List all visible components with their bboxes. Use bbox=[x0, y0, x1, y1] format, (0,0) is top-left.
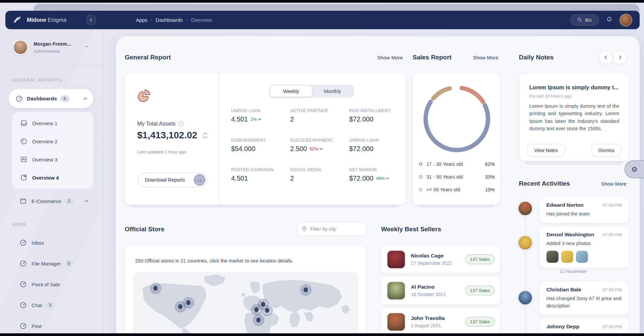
sidebar-item-overview-4[interactable]: Overview 4 bbox=[12, 169, 93, 187]
assets-last-updated: Last updated 1 hour ago bbox=[137, 149, 186, 154]
activity-description: Has joined the team bbox=[546, 210, 622, 218]
store-map-marker[interactable] bbox=[150, 283, 161, 294]
sales-count-badge: 137 Sales bbox=[465, 317, 495, 327]
legend-dot-blue bbox=[419, 162, 422, 166]
filter-by-city-input[interactable] bbox=[310, 226, 357, 232]
general-report-title: General Report bbox=[125, 54, 171, 61]
bell-icon bbox=[606, 16, 613, 23]
sidebar-item-overview-2[interactable]: Overview 2 bbox=[12, 132, 93, 150]
seller-name: Al Pacino bbox=[411, 284, 446, 290]
general-report-stats: UNPAID LOAN 4.501 2% ACTIVE PARTNER 2 PA… bbox=[231, 108, 399, 182]
world-map[interactable] bbox=[133, 272, 358, 336]
sidebar-item-post[interactable]: Post bbox=[11, 318, 93, 334]
legend-dot-tan bbox=[419, 188, 422, 191]
search-shortcut-label: ⌘K bbox=[585, 17, 592, 23]
activity-name: Johnny Depp bbox=[546, 324, 579, 330]
navbar-right: ⌘K bbox=[570, 14, 632, 27]
sidebar-item-dashboards[interactable]: Dashboards 4 bbox=[9, 89, 93, 108]
breadcrumb-apps[interactable]: Apps bbox=[136, 17, 147, 23]
seller-avatar bbox=[387, 250, 406, 269]
profile-arrow-icon[interactable]: → bbox=[84, 42, 90, 49]
sidebar-item-chat[interactable]: Chat 3 bbox=[11, 297, 93, 313]
filter-by-city-field[interactable] bbox=[297, 222, 366, 236]
gauge-icon bbox=[19, 281, 27, 288]
notes-next-button[interactable] bbox=[614, 51, 627, 64]
arrow-right-icon: → bbox=[194, 174, 205, 186]
breadcrumb-separator-icon: › bbox=[151, 17, 152, 22]
dashboards-count-badge: 4 bbox=[60, 95, 69, 102]
legend-value: 10% bbox=[485, 187, 495, 192]
settings-fab-button[interactable]: ⚙ bbox=[625, 160, 644, 178]
sidebar-item-label: Overview 4 bbox=[32, 175, 59, 181]
legend-dot-salmon bbox=[419, 175, 422, 179]
photo-thumbnail[interactable] bbox=[561, 251, 573, 263]
seller-card: Nicolas Cage 27 September 2022 137 Sales bbox=[381, 245, 500, 274]
activities-timeline bbox=[526, 197, 526, 336]
sidebar-item-label: Overview 2 bbox=[32, 139, 57, 144]
stat-unpaid-loan: UNPAID LOAN 4.501 2% bbox=[231, 108, 290, 123]
notifications-button[interactable] bbox=[606, 16, 613, 25]
activity-card: Edward Norton 07:00 PM Has joined the te… bbox=[539, 197, 629, 223]
dashboards-submenu: Overview 1 Overview 2 Overview 3 Overvie… bbox=[12, 112, 93, 189]
brand-bold: Midone bbox=[27, 17, 46, 23]
sidebar-collapse-button[interactable] bbox=[87, 15, 96, 25]
sales-report-show-more[interactable]: Show More bbox=[473, 55, 498, 60]
world-map-svg bbox=[133, 273, 358, 336]
sidebar-item-label: Dashboards bbox=[27, 96, 57, 102]
breadcrumb-dashboards[interactable]: Dashboards bbox=[156, 17, 183, 23]
search-icon bbox=[577, 17, 582, 22]
sidebar-item-label: Point of Sale bbox=[32, 282, 60, 287]
sidebar-item-label: Inbox bbox=[32, 240, 44, 246]
store-map-marker[interactable] bbox=[262, 305, 273, 316]
user-avatar[interactable] bbox=[620, 14, 632, 27]
gauge-icon bbox=[19, 260, 27, 267]
inbox-icon bbox=[20, 119, 28, 127]
activity-photos bbox=[546, 251, 622, 263]
activity-time: 07:00 PM bbox=[602, 203, 622, 208]
activity-time: 07:00 PM bbox=[602, 287, 622, 292]
chevron-down-icon bbox=[258, 118, 261, 121]
tab-monthly[interactable]: Monthly bbox=[312, 86, 354, 97]
tab-weekly[interactable]: Weekly bbox=[270, 86, 312, 97]
gauge-icon bbox=[19, 239, 27, 246]
brand-title: Midone Enigma bbox=[27, 17, 66, 23]
info-icon[interactable]: ! bbox=[178, 121, 184, 127]
seller-name: Nicolas Cage bbox=[411, 253, 452, 259]
photo-thumbnail[interactable] bbox=[576, 251, 588, 263]
sidebar-item-inbox[interactable]: Inbox bbox=[11, 235, 93, 250]
refresh-icon[interactable] bbox=[202, 132, 208, 139]
seller-avatar bbox=[387, 281, 406, 300]
store-map-marker[interactable] bbox=[183, 297, 194, 308]
general-report-show-more[interactable]: Show More bbox=[377, 55, 403, 60]
sidebar-item-overview-1[interactable]: Overview 1 bbox=[12, 114, 93, 132]
sidebar-item-ecommerce[interactable]: E-Commerce 2 bbox=[11, 193, 93, 209]
chevron-right-icon bbox=[619, 55, 622, 59]
assets-value: $1,413,102.02 bbox=[137, 130, 197, 141]
dismiss-button[interactable]: Dismiss bbox=[592, 144, 621, 156]
sidebar-item-overview-3[interactable]: Overview 3 bbox=[12, 150, 93, 169]
stat-unpaid-loan-2: UNPAID LOAN $72.000 bbox=[349, 138, 399, 153]
notes-prev-button[interactable] bbox=[599, 51, 612, 64]
profile-avatar[interactable] bbox=[13, 40, 28, 55]
assets-label-row: My Total Assets ! bbox=[137, 121, 184, 127]
download-reports-button[interactable]: Download Reports → bbox=[138, 173, 207, 187]
dashed-divider bbox=[219, 74, 219, 204]
sidebar-item-point-of-sale[interactable]: Point of Sale bbox=[11, 277, 93, 292]
sidebar-item-file-manager[interactable]: File Manager 5 bbox=[11, 256, 93, 271]
age-donut-chart bbox=[420, 82, 494, 156]
sidebar-divider bbox=[0, 65, 103, 65]
view-notes-button[interactable]: View Notes bbox=[527, 144, 565, 156]
sales-report-card: 17 - 30 Years old 62% 31 - 50 Years old … bbox=[413, 73, 500, 205]
recent-activities-show-more[interactable]: Show More bbox=[601, 181, 627, 187]
note-posted-time: Posted 20 Hours ago bbox=[529, 94, 572, 99]
search-button[interactable]: ⌘K bbox=[570, 14, 599, 26]
sidebar-item-label: Overview 1 bbox=[32, 121, 57, 126]
store-map-marker[interactable] bbox=[253, 315, 264, 326]
sidebar-item-label: Overview 3 bbox=[32, 157, 57, 162]
seller-date: 16 October 2021 bbox=[411, 292, 446, 297]
legend-item: 31 - 50 Years old 33% bbox=[419, 174, 495, 180]
gauge-icon bbox=[19, 301, 27, 309]
sidebar-item-label: E-Commerce bbox=[32, 198, 61, 204]
photo-thumbnail[interactable] bbox=[546, 251, 558, 263]
legend-item: >= 50 Years old 10% bbox=[419, 187, 495, 192]
